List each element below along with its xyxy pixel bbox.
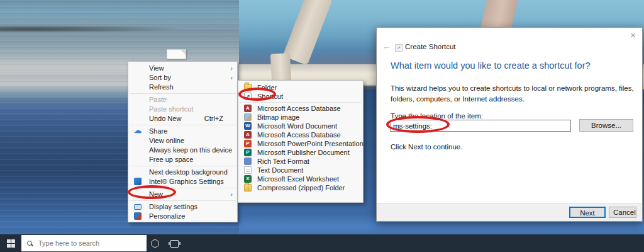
submenu-item-label: Text Document: [257, 166, 303, 174]
menu-item-paste-shortcut: Paste shortcut: [128, 105, 237, 114]
submenu-item-label: Compressed (zipped) Folder: [257, 184, 345, 192]
submenu-item-label: Microsoft Access Database: [257, 131, 341, 139]
menu-item-label: Paste shortcut: [149, 105, 193, 113]
shortcut-wizard-icon: ↗: [395, 44, 402, 52]
menu-item-label: Display settings: [149, 203, 197, 210]
cancel-button[interactable]: Cancel: [609, 207, 636, 218]
browse-button[interactable]: Browse...: [579, 119, 633, 132]
menu-item-undo-new[interactable]: Undo New Ctrl+Z: [128, 114, 237, 123]
submenu-item-access-database[interactable]: A Microsoft Access Database: [238, 104, 363, 113]
menu-item-label: Sort by: [149, 74, 171, 81]
menu-separator: [130, 166, 236, 166]
text-document-icon: [244, 166, 252, 174]
submenu-item-publisher-document[interactable]: P Microsoft Publisher Document: [238, 148, 363, 157]
menu-item-personalize[interactable]: Personalize: [128, 212, 237, 221]
taskbar: [0, 234, 644, 252]
wallpaper-turbine-tower: [270, 53, 291, 83]
submenu-item-label: Microsoft PowerPoint Presentation: [257, 140, 364, 147]
menu-item-label: Personalize: [149, 212, 185, 220]
menu-item-label: View online: [149, 137, 184, 144]
menu-item-label: Undo New: [149, 115, 181, 122]
zip-folder-icon: [244, 184, 252, 192]
submenu-item-label: Microsoft Excel Worksheet: [257, 175, 339, 183]
submenu-item-powerpoint-presentation[interactable]: P Microsoft PowerPoint Presentation: [238, 139, 363, 148]
menu-item-label: Share: [149, 127, 167, 135]
menu-item-paste: Paste: [128, 95, 237, 105]
intel-graphics-icon: [134, 178, 142, 185]
access-database-icon: A: [244, 131, 252, 139]
submenu-item-label: Bitmap image: [257, 113, 299, 121]
menu-item-label: Intel® Graphics Settings: [149, 178, 224, 185]
back-arrow-icon[interactable]: ←: [382, 41, 391, 51]
menu-item-always-keep[interactable]: Always keep on this device: [128, 146, 237, 155]
chevron-right-icon: ›: [230, 73, 233, 83]
menu-item-label: View: [149, 64, 164, 72]
search-icon: [27, 241, 33, 246]
menu-item-label: Refresh: [149, 83, 174, 91]
annotation-ellipse-ms-settings: [386, 116, 450, 133]
taskbar-search-box[interactable]: [21, 235, 147, 251]
submenu-item-rich-text-format[interactable]: Rich Text Format: [238, 157, 363, 166]
excel-icon: X: [244, 175, 252, 183]
menu-item-label: Paste: [149, 96, 167, 103]
menu-item-label: Free up space: [149, 156, 193, 163]
chevron-right-icon: ›: [230, 64, 233, 73]
dialog-description: This wizard helps you to create shortcut…: [391, 83, 635, 105]
menu-item-view[interactable]: View ›: [128, 64, 237, 73]
display-settings-icon: [134, 204, 142, 210]
menu-item-display-settings[interactable]: Display settings: [128, 202, 237, 212]
new-file-ghost-icon: [167, 49, 186, 59]
next-button[interactable]: Next: [569, 207, 606, 218]
publisher-icon: P: [244, 149, 252, 156]
menu-item-next-desktop-background[interactable]: Next desktop background: [128, 168, 237, 177]
submenu-item-label: Microsoft Access Database: [257, 105, 341, 112]
menu-item-label: Always keep on this device: [149, 146, 232, 154]
menu-item-refresh[interactable]: Refresh: [128, 83, 237, 92]
submenu-item-label: Microsoft Publisher Document: [257, 149, 350, 156]
personalize-icon: [134, 212, 142, 220]
submenu-item-text-document[interactable]: Text Document: [238, 166, 363, 175]
submenu-item-excel-worksheet[interactable]: X Microsoft Excel Worksheet: [238, 175, 363, 183]
menu-item-free-up-space[interactable]: Free up space: [128, 155, 237, 164]
menu-separator: [130, 200, 236, 201]
cortana-icon[interactable]: [151, 239, 159, 248]
submenu-item-access-database-2[interactable]: A Microsoft Access Database: [238, 130, 363, 139]
menu-separator: [240, 102, 362, 103]
dialog-title: Create Shortcut: [405, 43, 456, 50]
access-database-icon: A: [244, 105, 252, 112]
submenu-item-word-document[interactable]: W Microsoft Word Document: [238, 122, 363, 130]
windows-logo-icon: [7, 239, 15, 248]
search-input[interactable]: [37, 239, 147, 248]
chevron-right-icon: ›: [230, 190, 233, 199]
menu-item-view-online[interactable]: View online: [128, 136, 237, 146]
menu-item-share[interactable]: ☁ Share: [128, 127, 237, 136]
keyboard-shortcut: Ctrl+Z: [204, 114, 223, 123]
start-button[interactable]: [0, 234, 21, 252]
bitmap-image-icon: [244, 113, 252, 121]
annotation-ellipse-shortcut: [238, 88, 276, 101]
word-document-icon: W: [244, 122, 252, 130]
submenu-item-label: Microsoft Word Document: [257, 122, 337, 130]
dialog-footer: Next Cancel: [377, 203, 642, 221]
submenu-item-label: Rich Text Format: [257, 158, 309, 165]
powerpoint-icon: P: [244, 140, 252, 147]
rich-text-icon: [244, 158, 252, 165]
submenu-item-bitmap-image[interactable]: Bitmap image: [238, 113, 363, 122]
desktop: View › Sort by › Refresh Paste Paste sho…: [0, 0, 644, 252]
menu-separator: [130, 93, 236, 94]
task-view-icon[interactable]: [170, 240, 179, 248]
submenu-item-zipped-folder[interactable]: Compressed (zipped) Folder: [238, 183, 363, 192]
dialog-heading: What item would you like to create a sho…: [391, 60, 591, 71]
menu-item-sort-by[interactable]: Sort by ›: [128, 73, 237, 83]
close-icon[interactable]: ×: [630, 30, 636, 40]
annotation-ellipse-new: [128, 185, 176, 199]
dialog-note: Click Next to continue.: [391, 143, 462, 151]
menu-item-label: Next desktop background: [149, 168, 228, 176]
menu-separator: [130, 125, 236, 125]
cloud-icon: ☁: [134, 127, 142, 134]
